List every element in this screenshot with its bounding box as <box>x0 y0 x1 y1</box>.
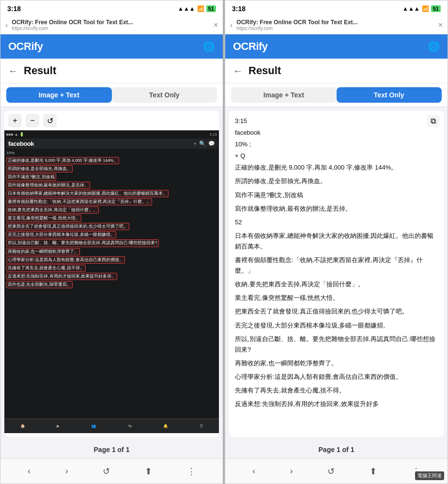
right-browser-title: OCRify: Free Online OCR Tool for Text Ex… <box>236 19 434 26</box>
ocr-line-16: 再難收的家,也一瞬間都乾淨整齊了。 <box>235 358 438 369</box>
fb-nav-bell: 🔔 <box>163 424 168 428</box>
left-nav-share[interactable]: ⬆ <box>140 464 157 479</box>
right-result-header: ← Result <box>225 59 448 83</box>
left-tab-image-text[interactable]: Image + Text <box>6 87 112 103</box>
copy-button[interactable]: ⧉ <box>427 115 440 127</box>
right-signal-icon: ▲▲▲ <box>402 5 420 12</box>
right-nav-forward[interactable]: › <box>285 464 298 478</box>
fb-line-10: 丟完之後發現,大部分東西根本像垃圾,多瞄一眼都嫌煩。 <box>6 231 116 238</box>
ocr-line-8: 52 <box>235 217 438 228</box>
right-nav-refresh[interactable]: ↺ <box>323 464 340 479</box>
ocr-line-19: 反過來想:先強制丟掉,有用的才撿回來,效果提升好多 <box>235 399 438 409</box>
fb-nav-home: 🏠 <box>20 424 25 428</box>
left-content-area: + − ↺ ■■■ ▲ 🔋 3:15 <box>0 107 223 441</box>
left-nav-forward[interactable]: › <box>61 464 73 478</box>
right-nav-share[interactable]: ⬆ <box>365 464 382 479</box>
fb-nav-friends: 👥 <box>91 424 96 428</box>
left-status-bar: 3:18 ▲▲▲ 📶 51 <box>0 0 223 16</box>
fb-logo: facebook <box>8 140 34 147</box>
left-image-content: ■■■ ▲ 🔋 3:15 facebook + 🔍 💬 <box>4 130 219 433</box>
left-app-title: OCRify <box>8 40 43 53</box>
right-battery-icon: 51 <box>431 5 441 12</box>
left-browser-url: https://ocrify.com <box>12 26 209 31</box>
left-app-header: OCRify 🌐 <box>0 34 223 59</box>
left-image-view: + − ↺ ■■■ ▲ 🔋 3:15 <box>4 111 219 437</box>
right-result-area: ← Result Image + Text Text Only ⧉ 3:15fa… <box>225 59 448 458</box>
fb-post-content: 正確的修改,是刪光 9,000 字,再加 4,000 字,修改率 144%。 所… <box>6 156 217 289</box>
left-zoom-in-btn[interactable]: + <box>8 114 22 127</box>
fb-line-1: 正確的修改,是刪光 9,000 字,再加 4,000 字,修改率 144%。 <box>6 157 119 164</box>
right-wifi-icon: 📶 <box>422 5 429 12</box>
right-result-title: Result <box>248 64 281 77</box>
left-page-indicator: Page 1 of 1 <box>0 441 223 458</box>
fb-line-16: 寫作也是,先全部刪光,歸零重寫。 <box>6 281 73 288</box>
right-browser-close[interactable]: × <box>438 21 443 30</box>
right-browser-back[interactable]: ‹ <box>230 21 232 30</box>
wifi-icon: 📶 <box>197 5 204 12</box>
right-tab-image-text[interactable]: Image + Text <box>231 87 337 103</box>
right-app-title: OCRify <box>233 40 268 53</box>
battery-icon: 51 <box>206 5 216 12</box>
left-nav-refresh[interactable]: ↺ <box>98 464 115 479</box>
right-browser-title-area: OCRify: Free Online OCR Tool for Text Ex… <box>236 19 434 31</box>
ocr-line-13: 把東西全丟了就會發現:真正值得撿回來的,也少得太可憐了吧。 <box>235 306 438 317</box>
left-result-header: ← Result <box>0 59 223 83</box>
right-tabs-container: Image + Text Text Only <box>225 83 448 107</box>
left-nav-more[interactable]: ⋮ <box>182 464 201 479</box>
left-tab-text-only[interactable]: Text Only <box>112 87 217 103</box>
left-image-toolbar: + − ↺ <box>4 111 219 130</box>
ocr-line-14: 丟完之後發現,大部分東西根本像垃圾,多瞄一眼都嫌煩, <box>235 320 438 331</box>
ocr-line-18: 先擁有了再失去,就會產生心魔,捨不得。 <box>235 385 438 396</box>
right-phone: 3:18 ▲▲▲ 📶 51 ‹ OCRify: Free Online OCR … <box>225 0 448 484</box>
fb-line-9: 把東西全丟了就會發現,真正值得撿回來的,也少得太可憐了吧。 <box>6 223 129 230</box>
ocr-line-5: 所謂的修改,是全部抽光,再換血。 <box>235 176 438 187</box>
right-bottom-nav: ‹ › ↺ ⬆ ⋮ <box>225 458 448 484</box>
left-globe-icon[interactable]: 🌐 <box>203 41 215 52</box>
ocr-line-11: 收納,要先把東西全丟掉,再決定「撿回什麼」。 <box>235 279 438 290</box>
ocr-line-4: 正確的修改,是刪光 9,000 字,再加 4,000 字,修改率 144%。 <box>235 162 438 173</box>
right-status-time: 3:18 <box>232 5 246 13</box>
ocr-line-3: + Q <box>235 151 438 161</box>
left-browser-back[interactable]: ‹ <box>5 21 8 30</box>
right-nav-back[interactable]: ‹ <box>247 464 260 478</box>
left-result-area: ← Result Image + Text Text Only + − ↺ <box>0 59 223 458</box>
left-result-back[interactable]: ← <box>8 65 18 77</box>
left-browser-close[interactable]: × <box>214 21 218 30</box>
fb-line-5: 日本有個收納專家,總能神奇解決大家的收納困擾,因此爆紅。他出的書暢銷百萬本。 <box>6 190 169 197</box>
ocr-line-6: 寫作不滿意?刪文,別改稿 <box>235 190 438 201</box>
right-status-icons: ▲▲▲ 📶 51 <box>402 5 441 12</box>
fb-nav-menu: ☰ <box>200 424 203 428</box>
fb-line-6: 書裡有個顛覆性觀念:「收納,不該把東西留在家裡,再決定『丟掉』什麼。」 <box>6 198 152 205</box>
fb-plus-icon: + <box>194 141 197 147</box>
fb-msg-icon: 💬 <box>208 141 215 147</box>
left-tabs-container: Image + Text Text Only <box>0 83 223 107</box>
left-nav-back[interactable]: ‹ <box>23 464 35 478</box>
right-result-back[interactable]: ← <box>233 65 243 77</box>
right-browser-url: https://ocrify.com <box>236 26 434 31</box>
left-browser-title-area: OCRify: Free Online OCR Tool for Text Ex… <box>12 19 209 31</box>
right-status-bar: 3:18 ▲▲▲ 📶 51 <box>225 0 448 16</box>
right-tab-text-only[interactable]: Text Only <box>337 87 442 103</box>
fb-line-4: 寫作就像整理收納,最有效的辦法,是丟掉。 <box>6 182 90 189</box>
fb-nav-market: 🛍 <box>128 424 132 428</box>
right-globe-icon[interactable]: 🌐 <box>428 41 440 52</box>
ocr-line-0: 3:15 <box>235 116 438 126</box>
ocr-line-2: 10% ; <box>235 139 438 150</box>
left-browser-bar: ‹ OCRify: Free Online OCR Tool for Text … <box>0 16 223 34</box>
left-rotate-btn[interactable]: ↺ <box>43 114 57 127</box>
right-content-area: ⧉ 3:15facebook10% ;+ Q正確的修改,是刪光 9,000 字,… <box>225 107 448 441</box>
fb-line-12: 再難收的家,也一瞬間都乾淨整齊了。 <box>6 248 80 255</box>
fb-nav-video: ▶ <box>57 424 60 428</box>
ocr-line-17: 心理學家分析:這是因為人類有錯覺,會高估自己東西的價值。 <box>235 372 438 382</box>
right-browser-bar: ‹ OCRify: Free Online OCR Tool for Text … <box>225 16 448 34</box>
left-browser-title: OCRify: Free Online OCR Tool for Text Ex… <box>12 19 209 26</box>
right-app-header: OCRify 🌐 <box>225 34 448 59</box>
right-text-view[interactable]: ⧉ 3:15facebook10% ;+ Q正確的修改,是刪光 9,000 字,… <box>229 111 444 437</box>
ocr-text-content: 3:15facebook10% ;+ Q正確的修改,是刪光 9,000 字,再加… <box>235 116 438 409</box>
left-bottom-nav: ‹ › ↺ ⬆ ⋮ <box>0 458 223 484</box>
ocr-line-1: facebook <box>235 127 438 138</box>
left-zoom-out-btn[interactable]: − <box>26 114 39 127</box>
right-page-indicator: Page 1 of 1 <box>225 441 448 458</box>
right-nav-more[interactable]: ⋮ <box>407 464 425 479</box>
signal-icon: ▲▲▲ <box>178 5 195 12</box>
